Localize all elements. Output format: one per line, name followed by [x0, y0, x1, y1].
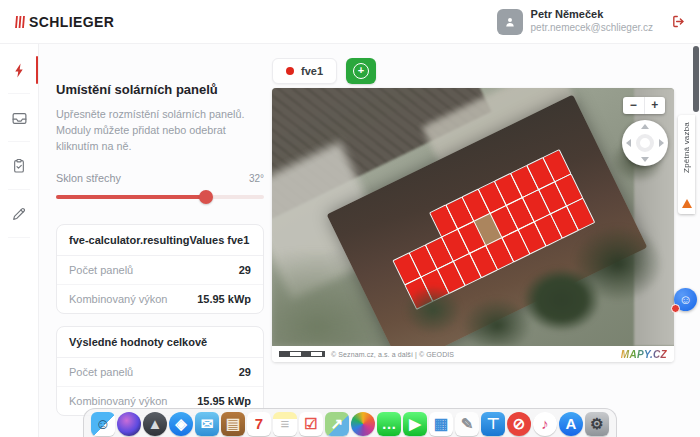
results-card-fve1: fve-calculator.resultingValues fve1 Poče…: [56, 224, 264, 314]
map-scale-bar: [279, 351, 325, 357]
row-label: Počet panelů: [69, 366, 133, 378]
clipboard-icon: [11, 158, 27, 174]
dock-icon-news[interactable]: ⊘: [507, 412, 531, 436]
user-name: Petr Němeček: [531, 8, 653, 22]
dock-icon-notes[interactable]: ≡: [273, 412, 297, 436]
map-card: − + © Seznam.cz, a.s. a další | © GEODIS…: [272, 88, 674, 362]
roof-pitch-value: 32°: [249, 173, 264, 184]
logout-icon: [671, 14, 686, 29]
feedback-tab[interactable]: Zpětná vazba: [678, 115, 695, 214]
map-tabs: fve1 +: [272, 58, 674, 84]
dock-icon-maps[interactable]: ↗: [325, 412, 349, 436]
dock-icon-contacts[interactable]: ▤: [221, 412, 245, 436]
pan-down-icon[interactable]: [641, 157, 649, 162]
dock-icon-calendar[interactable]: 7: [247, 412, 271, 436]
mapy-cz-logo[interactable]: MAPY.CZ: [621, 349, 667, 360]
plus-circle-icon: +: [353, 63, 369, 79]
dock-icon-keynote[interactable]: ⊤: [481, 412, 505, 436]
row-value: 29: [239, 366, 251, 378]
pan-left-icon[interactable]: [626, 139, 631, 147]
brand-logo: SCHLIEGER: [14, 14, 114, 30]
map-pan-control[interactable]: [622, 120, 668, 166]
table-row: Počet panelů 29: [57, 256, 263, 285]
scrollbar-thumb[interactable]: [693, 46, 699, 112]
roof-pitch-label: Sklon střechy: [56, 172, 121, 184]
archive-icon: [11, 110, 28, 127]
map-section: fve1 + − +: [272, 58, 674, 362]
app-header: SCHLIEGER Petr Němeček petr.nemecek@schl…: [0, 0, 700, 44]
feedback-label: Zpětná vazba: [682, 122, 691, 173]
tab-fve1[interactable]: fve1: [272, 58, 337, 84]
dock-icon-music[interactable]: ♪: [533, 412, 557, 436]
user-email: petr.nemecek@schlieger.cz: [531, 22, 653, 35]
pan-up-icon[interactable]: [641, 124, 649, 129]
aerial-map[interactable]: − +: [272, 88, 674, 346]
page-description: Upřesněte rozmístění solárních panelů. M…: [56, 106, 264, 155]
avatar: [497, 9, 523, 35]
results-card-title: fve-calculator.resultingValues fve1: [57, 225, 263, 256]
table-row: Kombinovaný výkon 15.95 kWp: [57, 285, 263, 313]
row-value: 29: [239, 264, 251, 276]
table-row: Počet panelů 29: [57, 358, 263, 387]
results-card-title: Výsledné hodnoty celkově: [57, 327, 263, 358]
slider-fill: [56, 195, 206, 199]
map-zoom-control: − +: [623, 97, 665, 114]
dock-icon-settings[interactable]: ⚙: [585, 412, 609, 436]
map-attribution-bar: © Seznam.cz, a.s. a další | © GEODIS MAP…: [272, 346, 674, 362]
solar-bolt-icon: [11, 62, 28, 79]
dock-icon-stocks[interactable]: ▦: [429, 412, 453, 436]
tab-label: fve1: [301, 65, 323, 77]
page-title: Umístění solárních panelů: [56, 82, 264, 97]
sidebar-item-documents[interactable]: [0, 142, 38, 190]
chat-notification-badge: [671, 304, 680, 313]
zoom-out-button[interactable]: −: [623, 97, 645, 114]
results-card-total: Výsledné hodnoty celkově Počet panelů 29…: [56, 326, 264, 416]
map-attribution-text: © Seznam.cz, a.s. a další | © GEODIS: [331, 351, 454, 358]
sidebar-item-archive[interactable]: [0, 94, 38, 142]
dock-icon-textedit[interactable]: ✎: [455, 412, 479, 436]
user-meta: Petr Němeček petr.nemecek@schlieger.cz: [531, 8, 653, 34]
brand-name: SCHLIEGER: [29, 14, 114, 30]
dock-icon-launchpad[interactable]: ▲: [143, 412, 167, 436]
zoom-in-button[interactable]: +: [645, 97, 666, 114]
user-block: Petr Němeček petr.nemecek@schlieger.cz: [497, 8, 686, 34]
trees: [272, 88, 674, 346]
row-value: 15.95 kWp: [197, 293, 251, 305]
dock-icon-reminders[interactable]: ☑: [299, 412, 323, 436]
row-label: Kombinovaný výkon: [69, 395, 167, 407]
sidebar: [0, 44, 39, 437]
dock-icon-appstore[interactable]: A: [559, 412, 583, 436]
sidebar-item-tools[interactable]: [0, 190, 38, 238]
row-value: 15.95 kWp: [197, 395, 251, 407]
dock-icon-safari[interactable]: ◈: [169, 412, 193, 436]
config-panel: Umístění solárních panelů Upřesněte rozm…: [56, 82, 264, 428]
dock: ☺▲◈✉▤7≡☑↗…▶▦✎⊤⊘♪A⚙: [83, 408, 617, 437]
brand-glyph-icon: [14, 15, 25, 29]
red-dot-icon: [286, 67, 294, 75]
pencil-icon: [11, 206, 27, 222]
dock-icon-finder[interactable]: ☺: [91, 412, 115, 436]
dock-icon-siri[interactable]: [117, 412, 141, 436]
row-label: Počet panelů: [69, 264, 133, 276]
roof-pitch-slider[interactable]: [56, 195, 264, 199]
row-label: Kombinovaný výkon: [69, 293, 167, 305]
sidebar-item-solar-layout[interactable]: [0, 46, 38, 94]
logout-button[interactable]: [671, 14, 686, 29]
chat-widget-button[interactable]: ☺: [674, 288, 697, 311]
pan-right-icon[interactable]: [659, 139, 664, 147]
slider-head: Sklon střechy 32°: [56, 172, 264, 184]
dock-icon-facetime[interactable]: ▶: [403, 412, 427, 436]
dock-icon-mail[interactable]: ✉: [195, 412, 219, 436]
dock-icon-messages[interactable]: …: [377, 412, 401, 436]
slider-thumb[interactable]: [199, 190, 213, 204]
warning-triangle-icon: [682, 199, 692, 208]
dock-icon-photos[interactable]: [351, 412, 375, 436]
add-array-button[interactable]: +: [346, 58, 376, 84]
